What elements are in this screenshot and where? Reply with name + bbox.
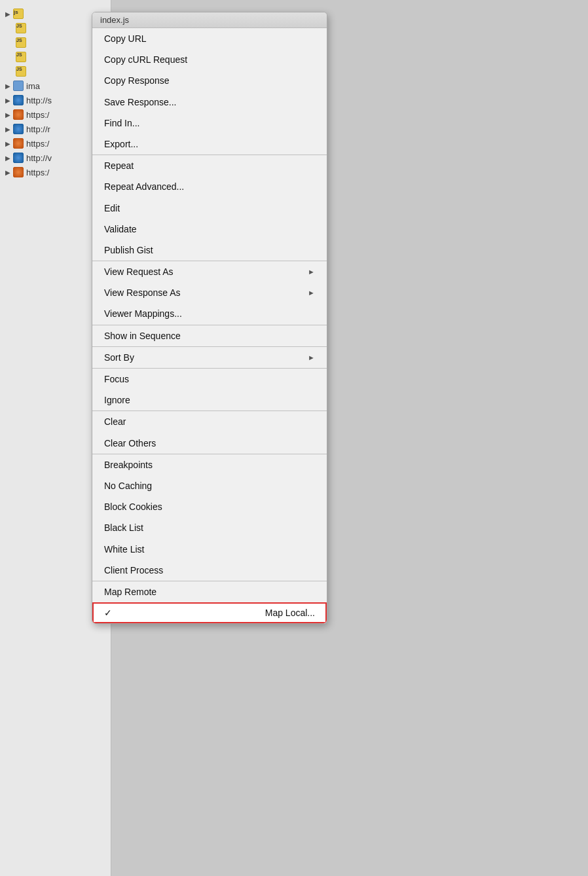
expand-arrow-http3: ▶ [5, 155, 10, 162]
sort-section: Sort By ► [92, 347, 327, 369]
menu-title-bar: index.js [92, 12, 327, 28]
menu-item-view-request-as[interactable]: View Request As ► [92, 261, 327, 282]
globe-icon-6 [13, 167, 24, 177]
menu-item-map-local[interactable]: ✓ Map Local... [92, 602, 327, 623]
expand-arrow-https3: ▶ [5, 169, 10, 176]
https2-label: https:/ [26, 139, 49, 149]
menu-item-viewer-mappings[interactable]: Viewer Mappings... [92, 303, 327, 324]
view-section: View Request As ► View Response As ► Vie… [92, 261, 327, 325]
menu-item-copy-url[interactable]: Copy URL [92, 28, 327, 49]
menu-item-client-process[interactable]: Client Process [92, 560, 327, 581]
expand-arrow-https2: ▶ [5, 140, 10, 147]
menu-item-view-response-as[interactable]: View Response As ► [92, 282, 327, 303]
menu-item-clear-others[interactable]: Clear Others [92, 433, 327, 454]
menu-item-save-response[interactable]: Save Response... [92, 92, 327, 113]
menu-item-copy-response[interactable]: Copy Response [92, 70, 327, 91]
globe-icon-1 [13, 95, 24, 105]
repeat-section: Repeat Repeat Advanced... Edit Validate … [92, 155, 327, 261]
menu-item-repeat[interactable]: Repeat [92, 155, 327, 176]
menu-item-ignore[interactable]: Ignore [92, 390, 327, 411]
js-folder-icon: js [13, 9, 24, 19]
context-menu: index.js Copy URL Copy cURL Request Copy… [92, 12, 327, 624]
https1-label: https:/ [26, 110, 49, 120]
menu-item-map-remote[interactable]: Map Remote [92, 581, 327, 602]
https3-label: https:/ [26, 168, 49, 177]
breakpoints-section: Breakpoints No Caching Block Cookies Bla… [92, 454, 327, 581]
menu-item-validate[interactable]: Validate [92, 219, 327, 240]
http3-label: http://v [26, 153, 52, 163]
menu-item-find-in[interactable]: Find In... [92, 113, 327, 134]
menu-item-breakpoints[interactable]: Breakpoints [92, 454, 327, 475]
sequence-section: Show in Sequence [92, 325, 327, 347]
menu-item-white-list[interactable]: White List [92, 539, 327, 560]
clear-section: Clear Clear Others [92, 411, 327, 454]
menu-item-black-list[interactable]: Black List [92, 517, 327, 538]
js-file-icon-3: JS [16, 52, 26, 62]
globe-icon-5 [13, 153, 24, 163]
focus-section: Focus Ignore [92, 369, 327, 411]
copy-section: Copy URL Copy cURL Request Copy Response… [92, 28, 327, 155]
http1-label: http://s [26, 96, 52, 105]
menu-item-show-in-sequence[interactable]: Show in Sequence [92, 325, 327, 346]
menu-item-copy-curl[interactable]: Copy cURL Request [92, 49, 327, 70]
menu-item-clear[interactable]: Clear [92, 411, 327, 432]
folder-icon [13, 81, 24, 91]
expand-arrow-http1: ▶ [5, 97, 10, 104]
map-section: Map Remote ✓ Map Local... [92, 581, 327, 623]
globe-icon-3 [13, 124, 24, 134]
expand-arrow: ▶ [5, 10, 10, 18]
submenu-arrow-sort: ► [308, 353, 315, 362]
menu-item-block-cookies[interactable]: Block Cookies [92, 496, 327, 517]
submenu-arrow-response: ► [308, 288, 315, 297]
menu-title: index.js [100, 15, 129, 25]
menu-item-repeat-advanced[interactable]: Repeat Advanced... [92, 176, 327, 197]
submenu-arrow-request: ► [308, 267, 315, 276]
globe-icon-4 [13, 138, 24, 149]
menu-item-focus[interactable]: Focus [92, 369, 327, 390]
images-label: ima [26, 81, 40, 91]
expand-arrow-images: ▶ [5, 82, 10, 90]
expand-arrow-http2: ▶ [5, 126, 10, 133]
js-file-icon-4: JS [16, 66, 26, 77]
menu-item-edit[interactable]: Edit [92, 198, 327, 219]
http2-label: http://r [26, 124, 50, 134]
menu-item-sort-by[interactable]: Sort By ► [92, 347, 327, 368]
menu-item-no-caching[interactable]: No Caching [92, 475, 327, 496]
globe-icon-2 [13, 109, 24, 120]
js-file-icon: JS [16, 23, 26, 33]
menu-item-publish-gist[interactable]: Publish Gist [92, 240, 327, 261]
expand-arrow-https1: ▶ [5, 111, 10, 119]
checkmark-icon: ✓ [104, 607, 112, 619]
menu-item-export[interactable]: Export... [92, 134, 327, 155]
js-file-icon-2: JS [16, 37, 26, 48]
